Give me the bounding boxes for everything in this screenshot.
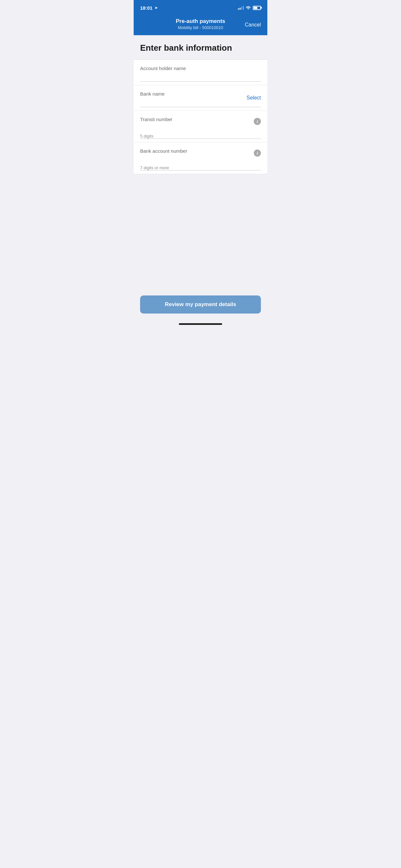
bank-account-number-hint: 7 digits or more: [140, 165, 261, 170]
bottom-section: Review my payment details: [134, 290, 267, 320]
home-indicator: [134, 320, 267, 328]
status-time: 18:01 ➤: [140, 5, 158, 11]
field-divider: [140, 138, 261, 139]
transit-number-label: Transit number: [140, 117, 261, 122]
account-holder-name-input[interactable]: [140, 73, 261, 82]
bank-name-field: Bank name Select: [134, 85, 267, 111]
home-bar: [179, 323, 222, 325]
wifi-icon: [246, 5, 251, 10]
review-payment-button[interactable]: Review my payment details: [140, 296, 261, 314]
field-divider: [140, 107, 261, 107]
gray-area: [134, 174, 267, 290]
transit-number-info-icon[interactable]: i: [254, 118, 261, 125]
transit-number-input[interactable]: [140, 124, 261, 132]
nav-title: Pre-auth payments: [176, 18, 225, 25]
page-title: Enter bank information: [140, 43, 261, 53]
bank-account-number-label: Bank account number: [140, 148, 261, 154]
nav-header: Pre-auth payments Mobility bill - 500010…: [134, 14, 267, 35]
battery-icon: [253, 6, 261, 10]
field-divider: [140, 170, 261, 170]
transit-number-field: Transit number i 5 digits: [134, 111, 267, 143]
page-title-section: Enter bank information: [134, 35, 267, 60]
bank-account-number-input[interactable]: [140, 156, 261, 164]
status-bar: 18:01 ➤: [134, 0, 267, 14]
form-section: Account holder name Bank name Select Tra…: [134, 60, 267, 174]
status-icons: [238, 5, 261, 10]
bank-name-label: Bank name: [140, 91, 261, 97]
bank-name-select-button[interactable]: Select: [247, 95, 261, 101]
time-display: 18:01: [140, 5, 152, 11]
location-icon: ➤: [155, 6, 158, 10]
cancel-button[interactable]: Cancel: [245, 22, 261, 28]
signal-icon: [238, 6, 244, 10]
transit-number-hint: 5 digits: [140, 134, 261, 138]
account-holder-name-label: Account holder name: [140, 66, 261, 71]
nav-subtitle: Mobility bill - 500010010: [176, 25, 225, 30]
account-holder-name-field: Account holder name: [134, 60, 267, 85]
bank-name-input[interactable]: [140, 98, 261, 107]
nav-title-container: Pre-auth payments Mobility bill - 500010…: [176, 18, 225, 30]
bank-account-number-info-icon[interactable]: i: [254, 150, 261, 157]
bank-account-number-field: Bank account number i 7 digits or more: [134, 143, 267, 174]
